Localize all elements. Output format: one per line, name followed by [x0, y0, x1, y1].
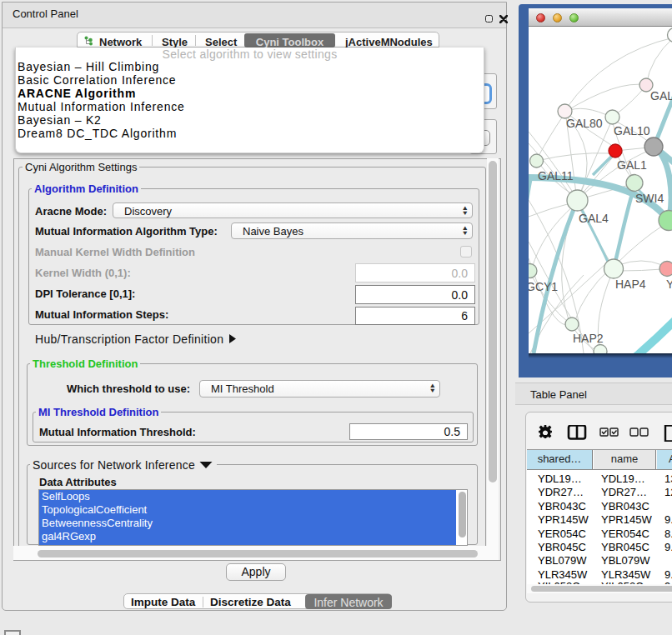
svg-text:GAL11: GAL11	[538, 169, 574, 182]
svg-text:GAL7: GAL7	[650, 89, 672, 102]
svg-text:GAL10: GAL10	[614, 124, 650, 138]
svg-text:HAP4: HAP4	[615, 278, 646, 291]
svg-text:HAP2: HAP2	[573, 332, 604, 345]
svg-text:GCY1: GCY1	[526, 280, 558, 293]
svg-text:GAL4: GAL4	[579, 212, 609, 225]
svg-text:SWI4: SWI4	[635, 192, 664, 205]
svg-text:Y: Y	[666, 278, 672, 291]
svg-text:GAL80: GAL80	[566, 117, 603, 130]
svg-text:GAL1: GAL1	[617, 158, 647, 172]
